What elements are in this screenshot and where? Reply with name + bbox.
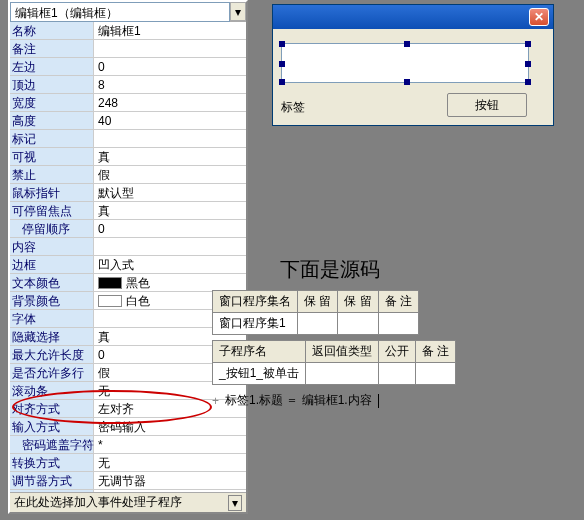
property-row[interactable]: 调节器底限: [10, 490, 246, 492]
property-value[interactable]: 默认型: [94, 184, 246, 201]
value-text: 0: [98, 220, 105, 238]
property-row[interactable]: 停留顺序0: [10, 220, 246, 238]
property-name: 字体: [10, 310, 94, 327]
value-text: 假: [98, 166, 110, 184]
property-name: 内容: [10, 238, 94, 255]
property-row[interactable]: 字体: [10, 310, 246, 328]
property-row[interactable]: 禁止假: [10, 166, 246, 184]
footer-dropdown-icon[interactable]: ▾: [228, 495, 242, 511]
property-name: 可停留焦点: [10, 202, 94, 219]
value-text: 真: [98, 148, 110, 166]
footer-text[interactable]: 在此处选择加入事件处理子程序: [14, 494, 182, 511]
property-row[interactable]: 左边0: [10, 58, 246, 76]
label-control[interactable]: 标签: [281, 99, 305, 116]
property-value[interactable]: [94, 130, 246, 147]
value-text: 真: [98, 328, 110, 346]
property-row[interactable]: 鼠标指针默认型: [10, 184, 246, 202]
property-row[interactable]: 可视真: [10, 148, 246, 166]
property-row[interactable]: 标记: [10, 130, 246, 148]
property-value[interactable]: 无调节器: [94, 472, 246, 489]
table-row[interactable]: 窗口程序集1: [213, 313, 419, 335]
form-preview-window: ✕ 标签 按钮: [272, 4, 554, 126]
property-value[interactable]: [94, 490, 246, 492]
value-text: *: [98, 436, 103, 454]
property-row[interactable]: 转换方式无: [10, 454, 246, 472]
resize-handle[interactable]: [279, 41, 285, 47]
resize-handle[interactable]: [525, 41, 531, 47]
procedure-table[interactable]: 子程序名 返回值类型 公开 备 注 _按钮1_被单击: [212, 340, 456, 385]
col-header: 备 注: [416, 341, 456, 363]
close-icon[interactable]: ✕: [529, 8, 549, 26]
resize-handle[interactable]: [404, 41, 410, 47]
property-name: 可视: [10, 148, 94, 165]
dropdown-icon[interactable]: ▾: [230, 2, 246, 21]
property-name: 停留顺序: [10, 220, 94, 237]
property-grid[interactable]: 名称编辑框1备注左边0顶边8宽度248高度40标记可视真禁止假鼠标指针默认型可停…: [10, 22, 246, 492]
value-text: 真: [98, 202, 110, 220]
property-row[interactable]: 调节器方式无调节器: [10, 472, 246, 490]
resize-handle[interactable]: [525, 61, 531, 67]
value-text: 40: [98, 112, 111, 130]
property-value[interactable]: 编辑框1: [94, 22, 246, 39]
property-row[interactable]: 文本颜色黑色: [10, 274, 246, 292]
property-name: 调节器底限: [10, 490, 94, 492]
property-row[interactable]: 最大允许长度0: [10, 346, 246, 364]
form-body: 标签 按钮: [273, 29, 553, 125]
property-value[interactable]: [94, 40, 246, 57]
code-line[interactable]: + 标签1.标题 ＝ 编辑框1.内容: [212, 392, 379, 409]
property-value[interactable]: 密码输入: [94, 418, 246, 435]
table-row[interactable]: _按钮1_被单击: [213, 363, 456, 385]
property-row[interactable]: 边框凹入式: [10, 256, 246, 274]
resize-handle[interactable]: [525, 79, 531, 85]
resize-handle[interactable]: [404, 79, 410, 85]
property-row[interactable]: 背景颜色白色: [10, 292, 246, 310]
property-name: 滚动条: [10, 382, 94, 399]
property-row[interactable]: 名称编辑框1: [10, 22, 246, 40]
property-row[interactable]: 顶边8: [10, 76, 246, 94]
resize-handle[interactable]: [279, 79, 285, 85]
property-row[interactable]: 隐藏选择真: [10, 328, 246, 346]
col-header: 公开: [379, 341, 416, 363]
object-selector[interactable]: 编辑框1（编辑框）: [10, 2, 230, 22]
property-row[interactable]: 高度40: [10, 112, 246, 130]
property-value[interactable]: 无: [94, 454, 246, 471]
property-row[interactable]: 是否允许多行假: [10, 364, 246, 382]
property-value[interactable]: 40: [94, 112, 246, 129]
property-name: 顶边: [10, 76, 94, 93]
property-row[interactable]: 内容: [10, 238, 246, 256]
property-value[interactable]: 凹入式: [94, 256, 246, 273]
editbox-control[interactable]: [281, 43, 529, 83]
property-row[interactable]: 密码遮盖字符*: [10, 436, 246, 454]
property-row[interactable]: 可停留焦点真: [10, 202, 246, 220]
property-value[interactable]: [94, 238, 246, 255]
property-value[interactable]: 黑色: [94, 274, 246, 291]
property-value[interactable]: 8: [94, 76, 246, 93]
property-name: 高度: [10, 112, 94, 129]
resize-handle[interactable]: [279, 61, 285, 67]
property-value[interactable]: 真: [94, 202, 246, 219]
property-row[interactable]: 滚动条无: [10, 382, 246, 400]
property-name: 密码遮盖字符: [10, 436, 94, 453]
property-row[interactable]: 输入方式密码输入: [10, 418, 246, 436]
property-row[interactable]: 宽度248: [10, 94, 246, 112]
expand-icon[interactable]: +: [212, 394, 219, 408]
property-value[interactable]: 假: [94, 166, 246, 183]
value-text: 248: [98, 94, 118, 112]
property-value[interactable]: *: [94, 436, 246, 453]
value-text: 编辑框1: [98, 22, 141, 40]
property-row[interactable]: 备注: [10, 40, 246, 58]
property-value[interactable]: 0: [94, 58, 246, 75]
property-header: 编辑框1（编辑框） ▾: [10, 2, 246, 22]
property-name: 转换方式: [10, 454, 94, 471]
titlebar[interactable]: ✕: [273, 5, 553, 29]
value-text: 无调节器: [98, 472, 146, 490]
value-text: 无: [98, 382, 110, 400]
property-value[interactable]: 真: [94, 148, 246, 165]
module-table[interactable]: 窗口程序集名 保 留 保 留 备 注 窗口程序集1: [212, 290, 419, 335]
property-value[interactable]: 248: [94, 94, 246, 111]
code-text: 标签1.标题 ＝ 编辑框1.内容: [225, 392, 372, 409]
button-control[interactable]: 按钮: [447, 93, 527, 117]
property-value[interactable]: 0: [94, 220, 246, 237]
property-name: 调节器方式: [10, 472, 94, 489]
property-row[interactable]: 对齐方式左对齐: [10, 400, 246, 418]
